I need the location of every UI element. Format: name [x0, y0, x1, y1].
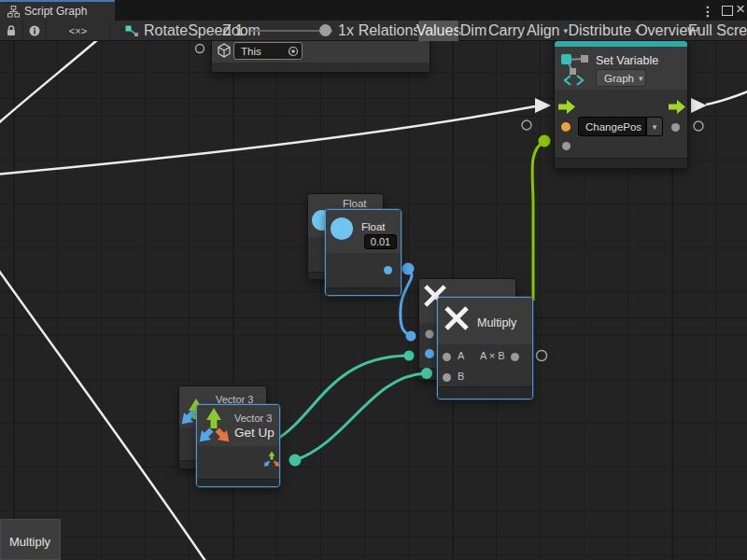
code-view-button[interactable]: <×> [47, 21, 110, 41]
this-node[interactable]: This [211, 38, 430, 73]
vector3-node-footer [197, 479, 279, 487]
cube-icon [217, 43, 232, 58]
tab-script-graph[interactable]: Script Graph [0, 0, 115, 21]
multiply-tooltip-label: Multiply [9, 535, 50, 549]
multiply-input-b-label: B [458, 371, 464, 382]
window-menu-button[interactable]: ⋮ [701, 1, 714, 21]
get-up-label: Get Up [234, 426, 275, 440]
float-node-footer [326, 287, 401, 296]
chevron-down-icon: ▾ [653, 122, 657, 132]
variable-name-port[interactable] [561, 122, 571, 132]
vector3-output-port[interactable] [261, 450, 280, 470]
variable-name-field[interactable]: ChangePos [578, 117, 646, 136]
float-icon [331, 217, 353, 240]
variable-scope-value: Graph [604, 73, 634, 84]
graph-breadcrumb-icon [125, 24, 138, 37]
multiply-tooltip: Multiply [0, 519, 61, 560]
set-variable-footer [555, 158, 687, 169]
variable-scope-dropdown[interactable]: Graph ▾ [596, 69, 646, 87]
multiply-icon [444, 305, 470, 331]
set-variable-output-port[interactable] [671, 123, 680, 132]
lock-icon [5, 24, 18, 37]
flow-in-port[interactable] [558, 100, 575, 114]
vector3-get-up-node[interactable]: Vector 3 Get Up [196, 404, 280, 487]
float-value: 0.01 [371, 236, 390, 247]
values-button[interactable]: Values [417, 21, 458, 41]
float-output-port[interactable] [384, 266, 392, 274]
info-button[interactable] [23, 21, 47, 41]
window-maximize-button[interactable] [722, 6, 733, 16]
overview-button[interactable]: Overview [638, 21, 696, 41]
float-node-back-title: Float [343, 198, 367, 209]
multiply-node-footer [438, 386, 532, 399]
vector3-icon [196, 405, 238, 450]
script-graph-window: Float Vector 3 [0, 0, 747, 560]
graph-hierarchy-icon [7, 6, 20, 18]
variable-name-value: ChangePos [585, 121, 641, 133]
set-variable-value-port[interactable] [562, 142, 571, 150]
zoom-value: 1x [338, 21, 354, 41]
chevron-down-icon: ▾ [564, 26, 569, 35]
flow-out-port[interactable] [669, 100, 685, 114]
object-picker-icon[interactable] [288, 46, 299, 57]
relations-button[interactable]: Relations [360, 21, 417, 41]
float-value-field[interactable]: 0.01 [364, 234, 397, 249]
zoom-slider-handle[interactable] [319, 24, 331, 36]
set-variable-node[interactable]: Set Variable Graph ▾ ChangePos ▾ [554, 40, 688, 169]
this-node-body [212, 63, 430, 73]
info-icon [28, 24, 41, 37]
code-view-label: <×> [69, 25, 87, 36]
tab-title: Script Graph [24, 5, 87, 18]
this-object-field[interactable]: This [233, 42, 303, 60]
multiply-output-label: A × B [480, 350, 505, 361]
lock-button[interactable] [0, 21, 23, 41]
align-button[interactable]: Align ▾ [525, 21, 569, 41]
multiply-node-title: Multiply [477, 316, 516, 329]
set-variable-title: Set Variable [596, 54, 658, 67]
multiply-input-a-port[interactable] [443, 353, 451, 361]
float-node[interactable]: Float 0.01 [325, 209, 402, 296]
full-screen-button[interactable]: Full Screen [696, 21, 747, 41]
this-object-value: This [241, 46, 261, 57]
toolbar-buttons: Relations Values Dim Carry Align ▾ Distr… [360, 21, 747, 41]
multiply-input-a-label: A [458, 350, 464, 361]
variable-name-dropdown-button[interactable]: ▾ [646, 117, 663, 136]
window-close-button[interactable]: × [736, 0, 745, 20]
multiply-input-b-port[interactable] [443, 373, 451, 382]
tab-bar: Script Graph ⋮ × [0, 0, 747, 21]
set-variable-icon [559, 51, 591, 87]
distribute-button[interactable]: Distribute ▾ [569, 21, 638, 41]
carry-button[interactable]: Carry [487, 21, 525, 41]
chevron-down-icon: ▾ [639, 74, 643, 83]
multiply-output-port[interactable] [511, 353, 519, 361]
dim-button[interactable]: Dim [458, 21, 487, 41]
multiply-node[interactable]: Multiply A A × B B [437, 297, 533, 399]
vector3-node-title: Vector 3 [234, 413, 272, 424]
float-node-title: Float [361, 221, 386, 232]
